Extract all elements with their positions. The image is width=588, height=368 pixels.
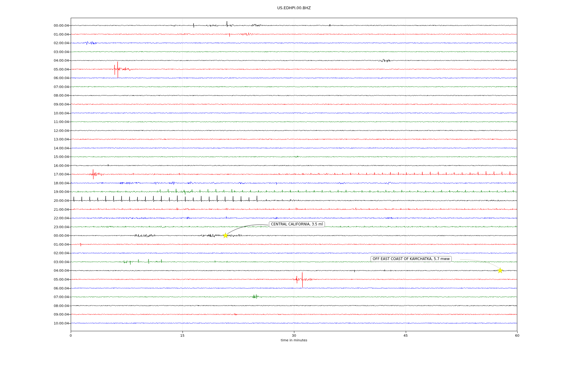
trace-time-label: 04:00:04 — [41, 59, 69, 63]
annotation-kamchatka: OFF EAST COAST OF KAMCHATKA, 5.7 mww — [371, 256, 452, 262]
annotation-central-california: CENTRAL CALIFORNIA, 3.5 ml — [269, 221, 325, 227]
x-tick-label: 0 — [70, 334, 72, 338]
trace-time-label: 19:00:04 — [41, 190, 69, 194]
trace-time-label: 07:00:04 — [41, 295, 69, 299]
trace-time-label: 17:00:04 — [41, 172, 69, 176]
trace-time-label: 15:00:04 — [41, 155, 69, 159]
trace-time-label: 02:00:04 — [41, 251, 69, 255]
trace-time-label: 01:00:04 — [41, 32, 69, 36]
trace-time-label: 01:00:04 — [41, 242, 69, 246]
trace-time-label: 00:00:04 — [41, 234, 69, 238]
seismogram-figure: US.EDHPI.00.BHZ 00:00:0401:00:0402:00:04… — [0, 0, 588, 368]
trace-time-label: 07:00:04 — [41, 85, 69, 89]
figure-title: US.EDHPI.00.BHZ — [0, 6, 588, 10]
trace-time-label: 11:00:04 — [41, 120, 69, 124]
x-tick-label: 60 — [515, 334, 519, 338]
trace-time-label: 20:00:04 — [41, 199, 69, 203]
trace-time-label: 13:00:04 — [41, 137, 69, 141]
trace-time-label: 06:00:04 — [41, 286, 69, 290]
trace-time-label: 09:00:04 — [41, 312, 69, 316]
trace-time-label: 18:00:04 — [41, 181, 69, 185]
trace-time-label: 22:00:04 — [41, 216, 69, 220]
x-tick-label: 45 — [404, 334, 408, 338]
trace-time-label: 12:00:04 — [41, 128, 69, 132]
trace-time-label: 14:00:04 — [41, 146, 69, 150]
trace-time-label: 10:00:04 — [41, 111, 69, 115]
trace-time-label: 04:00:04 — [41, 269, 69, 273]
x-tick-label: 30 — [292, 334, 296, 338]
trace-time-label: 06:00:04 — [41, 76, 69, 80]
trace-time-label: 03:00:04 — [41, 50, 69, 54]
trace-time-label: 08:00:04 — [41, 304, 69, 308]
seismogram-canvas — [0, 0, 588, 368]
trace-time-label: 03:00:04 — [41, 260, 69, 264]
trace-time-label: 02:00:04 — [41, 41, 69, 45]
trace-time-label: 09:00:04 — [41, 102, 69, 106]
trace-time-label: 16:00:04 — [41, 163, 69, 167]
trace-time-label: 10:00:04 — [41, 321, 69, 325]
x-axis-title: time in minutes — [0, 338, 588, 342]
trace-time-label: 05:00:04 — [41, 67, 69, 71]
trace-time-label: 21:00:04 — [41, 207, 69, 211]
trace-time-label: 05:00:04 — [41, 277, 69, 281]
x-tick-label: 15 — [180, 334, 185, 338]
trace-time-label: 23:00:04 — [41, 225, 69, 229]
trace-time-label: 08:00:04 — [41, 94, 69, 98]
trace-time-label: 00:00:04 — [41, 24, 69, 28]
